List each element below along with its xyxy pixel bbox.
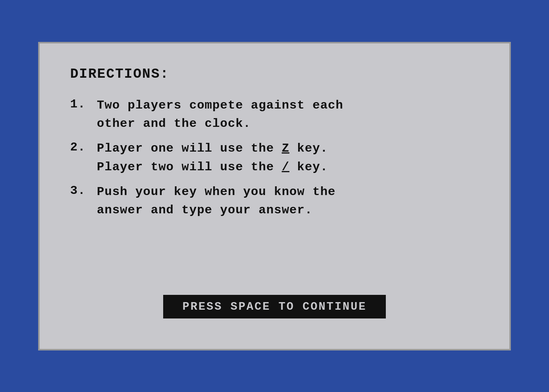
item-text-3-line2: answer and type your answer.	[70, 202, 479, 219]
content-area: DIRECTIONS: 1. Two players compete again…	[70, 66, 479, 295]
item-text-2-line2: Player two will use the / key.	[70, 159, 479, 176]
z-key: Z	[282, 141, 289, 155]
direction-item-3: 3. Push your key when you know the answe…	[70, 184, 479, 219]
press-space-container: PRESS SPACE TO CONTINUE	[70, 295, 479, 326]
item-text-3-line1: Push your key when you know the	[97, 184, 336, 201]
direction-item-2: 2. Player one will use the Z key. Player…	[70, 140, 479, 176]
screen: DIRECTIONS: 1. Two players compete again…	[38, 42, 511, 350]
press-space-button[interactable]: PRESS SPACE TO CONTINUE	[163, 295, 385, 318]
directions-title: DIRECTIONS:	[70, 66, 479, 82]
item-num-2: 2.	[70, 140, 97, 154]
outer-border: DIRECTIONS: 1. Two players compete again…	[27, 30, 522, 362]
direction-item-1: 1. Two players compete against each othe…	[70, 97, 479, 133]
item-text-1-line2: other and the clock.	[70, 115, 479, 133]
item-num-1: 1.	[70, 97, 97, 111]
item-text-2-line1: Player one will use the Z key.	[97, 140, 328, 157]
item-text-1-line1: Two players compete against each	[97, 97, 344, 114]
slash-key: /	[282, 160, 289, 174]
item-num-3: 3.	[70, 184, 97, 198]
